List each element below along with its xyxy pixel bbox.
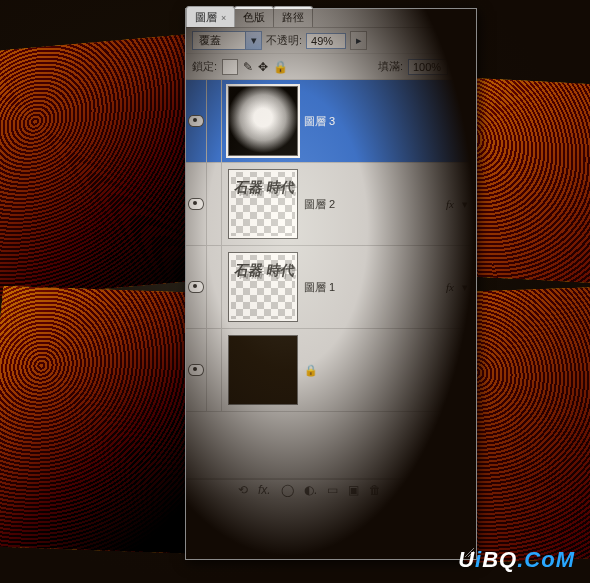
- tab-label: 圖層: [195, 11, 217, 23]
- watermark: UiBQ.CoM: [458, 549, 575, 571]
- layer-name[interactable]: 背景: [186, 9, 476, 559]
- layers-panel: 圖層× 色版 路徑 ▾ ✕ ≡ 覆蓋 ▾ 不透明: 49% ▸ 鎖定: ✎ ✥ …: [185, 8, 477, 560]
- tab-layers[interactable]: 圖層×: [186, 6, 235, 27]
- close-icon[interactable]: ×: [221, 13, 226, 23]
- layer-row[interactable]: 背景 🔒: [186, 329, 476, 412]
- layers-list: 圖層 3 石器 時代 圖層 2 fx▾ 石器 時代 圖層 1 fx▾ 背景 🔒: [186, 80, 476, 479]
